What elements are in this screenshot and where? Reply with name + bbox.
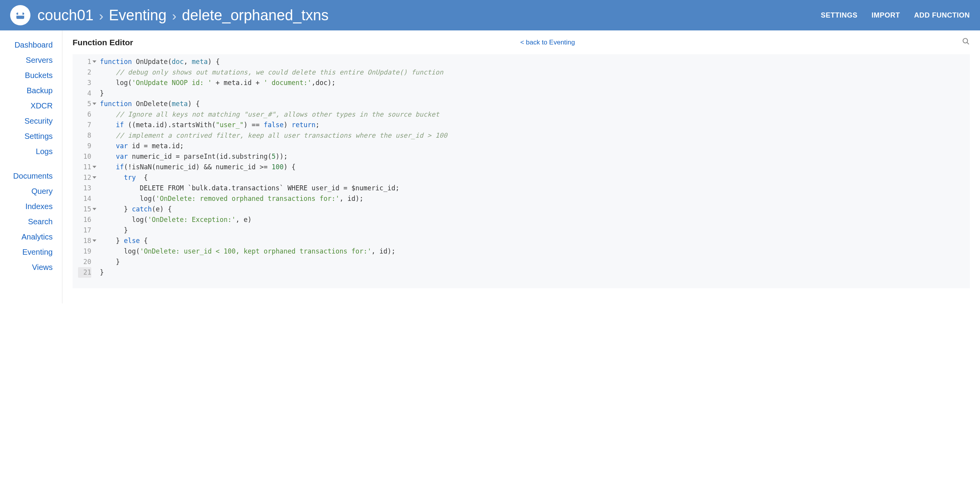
gutter-line[interactable]: 20 <box>78 257 97 267</box>
code-area[interactable]: function OnUpdate(doc, meta) { // debug … <box>100 57 970 286</box>
sidebar: DashboardServersBucketsBackupXDCRSecurit… <box>0 30 62 303</box>
sidebar-item-eventing[interactable]: Eventing <box>0 245 53 260</box>
search-icon[interactable] <box>962 37 970 47</box>
code-line[interactable]: // implement a contrived filter, keep al… <box>100 130 970 141</box>
import-button[interactable]: IMPORT <box>872 11 900 20</box>
code-editor[interactable]: 123456789101112131415161718192021 functi… <box>73 54 970 288</box>
sidebar-item-dashboard[interactable]: Dashboard <box>0 37 53 53</box>
sidebar-item-settings[interactable]: Settings <box>0 129 53 144</box>
chevron-right-icon: › <box>172 8 176 23</box>
chevron-right-icon: › <box>99 8 103 23</box>
line-gutter: 123456789101112131415161718192021 <box>73 57 100 286</box>
gutter-line[interactable]: 5 <box>78 99 97 109</box>
code-line[interactable]: if(!isNaN(numeric_id) && numeric_id >= 1… <box>100 162 970 172</box>
code-line[interactable]: log('OnDelete: user_id < 100, kept orpha… <box>100 246 970 257</box>
breadcrumb-item[interactable]: delete_orphaned_txns <box>182 7 328 24</box>
sidebar-item-views[interactable]: Views <box>0 260 53 275</box>
gutter-line[interactable]: 4 <box>78 88 97 99</box>
code-line[interactable]: } else { <box>100 236 970 246</box>
code-line[interactable]: DELETE FROM `bulk.data.transactions` WHE… <box>100 183 970 193</box>
code-line[interactable]: } <box>100 225 970 236</box>
gutter-line[interactable]: 18 <box>78 236 97 246</box>
gutter-line[interactable]: 9 <box>78 141 97 151</box>
code-line[interactable]: log('OnDelete: removed orphaned transact… <box>100 193 970 204</box>
sidebar-item-backup[interactable]: Backup <box>0 83 53 98</box>
sidebar-item-query[interactable]: Query <box>0 184 53 199</box>
code-line[interactable]: var id = meta.id; <box>100 141 970 151</box>
code-line[interactable]: } <box>100 257 970 267</box>
sidebar-item-security[interactable]: Security <box>0 114 53 129</box>
gutter-line[interactable]: 19 <box>78 246 97 257</box>
sidebar-item-search[interactable]: Search <box>0 214 53 229</box>
add-function-button[interactable]: ADD FUNCTION <box>914 11 970 20</box>
code-line[interactable]: } catch(e) { <box>100 204 970 215</box>
gutter-line[interactable]: 16 <box>78 215 97 225</box>
gutter-line[interactable]: 21 <box>78 267 97 278</box>
code-line[interactable]: if ((meta.id).startsWith("user_") == fal… <box>100 120 970 130</box>
code-line[interactable]: try { <box>100 172 970 183</box>
gutter-line[interactable]: 10 <box>78 151 97 162</box>
breadcrumb-item[interactable]: Eventing <box>109 7 167 24</box>
gutter-line[interactable]: 3 <box>78 78 97 88</box>
code-line[interactable]: } <box>100 88 970 99</box>
sidebar-item-indexes[interactable]: Indexes <box>0 199 53 214</box>
gutter-line[interactable]: 13 <box>78 183 97 193</box>
gutter-line[interactable]: 1 <box>78 57 97 67</box>
sidebar-item-documents[interactable]: Documents <box>0 169 53 184</box>
code-line[interactable]: log('OnDelete: Exception:', e) <box>100 215 970 225</box>
gutter-line[interactable]: 11 <box>78 162 97 172</box>
gutter-line[interactable]: 14 <box>78 193 97 204</box>
code-line[interactable]: } <box>100 267 970 278</box>
code-line[interactable]: var numeric_id = parseInt(id.substring(5… <box>100 151 970 162</box>
gutter-line[interactable]: 17 <box>78 225 97 236</box>
svg-line-1 <box>967 43 969 44</box>
sidebar-item-analytics[interactable]: Analytics <box>0 229 53 245</box>
sidebar-item-xdcr[interactable]: XDCR <box>0 98 53 114</box>
gutter-line[interactable]: 2 <box>78 67 97 78</box>
breadcrumb: couch01 › Eventing › delete_orphaned_txn… <box>37 7 821 24</box>
logo-icon[interactable] <box>10 5 30 25</box>
svg-point-0 <box>963 39 968 43</box>
gutter-line[interactable]: 7 <box>78 120 97 130</box>
gutter-line[interactable]: 12 <box>78 172 97 183</box>
breadcrumb-item[interactable]: couch01 <box>37 7 94 24</box>
main-content: Function Editor < back to Eventing 12345… <box>62 30 980 303</box>
back-to-eventing-link[interactable]: < back to Eventing <box>133 39 962 46</box>
topbar: couch01 › Eventing › delete_orphaned_txn… <box>0 0 980 30</box>
code-line[interactable]: // debug only shows out mutations, we co… <box>100 67 970 78</box>
gutter-line[interactable]: 8 <box>78 130 97 141</box>
settings-button[interactable]: SETTINGS <box>821 11 858 20</box>
code-line[interactable]: // Ignore all keys not matching "user_#"… <box>100 109 970 120</box>
code-line[interactable]: function OnUpdate(doc, meta) { <box>100 57 970 67</box>
sidebar-item-servers[interactable]: Servers <box>0 53 53 68</box>
sidebar-item-logs[interactable]: Logs <box>0 144 53 159</box>
code-line[interactable]: log('OnUpdate NOOP id: ' + meta.id + ' d… <box>100 78 970 88</box>
gutter-line[interactable]: 15 <box>78 204 97 215</box>
page-title: Function Editor <box>73 38 133 47</box>
gutter-line[interactable]: 6 <box>78 109 97 120</box>
code-line[interactable]: function OnDelete(meta) { <box>100 99 970 109</box>
top-actions: SETTINGS IMPORT ADD FUNCTION <box>821 11 970 20</box>
sidebar-item-buckets[interactable]: Buckets <box>0 68 53 83</box>
